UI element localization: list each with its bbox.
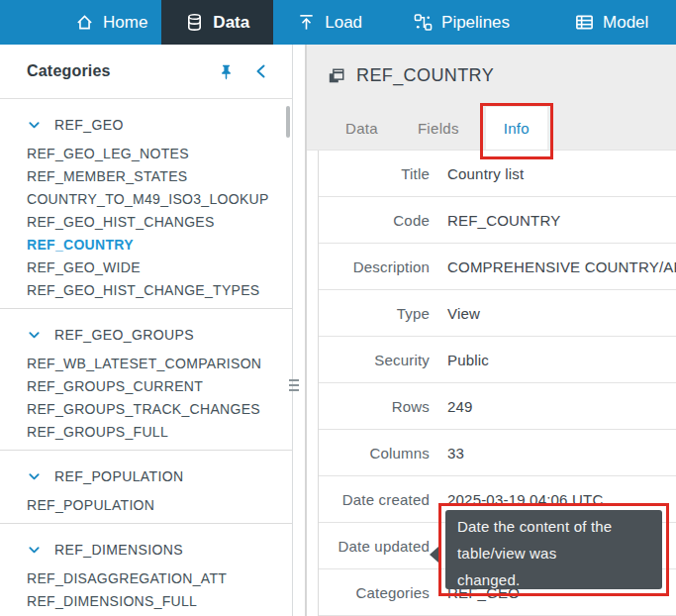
info-row-description: Description COMPREHENSIVE COUNTRY/AREA: [319, 244, 676, 290]
chevron-left-icon: [253, 63, 269, 79]
tree-group-header-ref-population[interactable]: REF_POPULATION: [0, 462, 292, 490]
date-updated-tooltip: Date the content of the table/view was c…: [445, 510, 662, 589]
tree-group-label: REF_GEO_GROUPS: [54, 327, 194, 343]
nav-label-model: Model: [603, 13, 648, 33]
app-window: Home Data Load Pipelines: [0, 0, 676, 616]
info-label: Security: [319, 352, 439, 368]
chevron-down-icon: [28, 544, 41, 557]
info-label: Title: [319, 165, 439, 182]
tree-items: REF_GEO_LEG_NOTES REF_MEMBER_STATES COUN…: [0, 139, 292, 302]
tab-label: Fields: [418, 120, 459, 137]
tree-item-selected[interactable]: REF_COUNTRY: [0, 234, 292, 257]
pin-button[interactable]: [211, 56, 241, 86]
info-value: View: [439, 305, 676, 322]
tree-item[interactable]: REF_GEO_HIST_CHANGE_TYPES: [0, 279, 292, 302]
tree-item[interactable]: REF_GROUPS_TRACK_CHANGES: [0, 398, 292, 421]
nav-tab-data[interactable]: Data: [161, 0, 273, 45]
tooltip-line: Date the content of the: [457, 513, 650, 540]
tree-group-header-ref-geo[interactable]: REF_GEO: [0, 111, 292, 139]
info-label: Description: [319, 258, 439, 275]
nav-label-pipelines: Pipelines: [441, 13, 510, 33]
tree-item[interactable]: REF_GEO_HIST_CHANGES: [0, 211, 292, 234]
tab-label: Info: [504, 120, 530, 137]
tree-item[interactable]: REF_GEO_WIDE: [0, 257, 292, 279]
table-detail-header: REF_COUNTRY: [307, 45, 676, 107]
info-value: Public: [439, 352, 676, 368]
tree-items: REF_POPULATION: [0, 490, 292, 517]
tab-label: Data: [345, 120, 378, 137]
info-row-security: Security Public: [319, 337, 676, 383]
tree-item[interactable]: COUNTRY_TO_M49_ISO3_LOOKUP: [0, 188, 292, 211]
info-row-code: Code REF_COUNTRY: [319, 197, 676, 244]
categories-sidebar: Categories REF_GEO REF_GEO_LEG_NOTES: [0, 45, 293, 616]
info-label: Rows: [319, 398, 439, 415]
info-value: 249: [439, 398, 676, 415]
model-icon: [575, 13, 594, 32]
tree-group-label: REF_DIMENSIONS: [54, 542, 183, 558]
tree-item[interactable]: REF_POPULATION: [0, 494, 292, 517]
sidebar-scrollbar-thumb[interactable]: [286, 106, 290, 138]
panel-resizer-gutter: [294, 45, 305, 616]
tree-group-ref-population: REF_POPULATION REF_POPULATION: [0, 451, 292, 524]
tree-items: REF_WB_LATESET_COMPARISON REF_GROUPS_CUR…: [0, 349, 292, 444]
chevron-down-icon: [28, 119, 41, 132]
panel-resize-grip[interactable]: [289, 379, 299, 394]
database-icon: [185, 13, 204, 32]
tab-fields[interactable]: Fields: [405, 107, 472, 150]
nav-tab-pipelines[interactable]: Pipelines: [400, 0, 524, 45]
upload-icon: [297, 13, 316, 32]
tooltip-line: table/view was: [457, 540, 650, 566]
detail-tabbar: Data Fields Info: [307, 107, 676, 151]
tree-group-header-ref-geo-groups[interactable]: REF_GEO_GROUPS: [0, 321, 292, 349]
info-label: Categories: [319, 584, 439, 601]
tab-info[interactable]: Info: [486, 107, 547, 150]
tree-group-header-ref-dimensions[interactable]: REF_DIMENSIONS: [0, 536, 292, 564]
info-label: Type: [319, 305, 439, 322]
tree-items: REF_DISAGGREGATION_ATT REF_DIMENSIONS_FU…: [0, 564, 292, 613]
tree-group-label: REF_POPULATION: [54, 468, 184, 484]
nav-label-load: Load: [325, 13, 362, 33]
info-label: Date updated: [319, 538, 439, 555]
tree-item[interactable]: REF_GROUPS_CURRENT: [0, 375, 292, 398]
tree-item[interactable]: REF_MEMBER_STATES: [0, 165, 292, 188]
tooltip-line: changed.: [457, 566, 650, 593]
info-label: Code: [319, 212, 439, 229]
chevron-down-icon: [28, 329, 41, 342]
sidebar-title: Categories: [27, 62, 211, 80]
tree-item[interactable]: REF_GROUPS_FULL: [0, 421, 292, 444]
nav-label-data: Data: [213, 13, 249, 33]
info-row-rows: Rows 249: [319, 383, 676, 430]
nav-tab-load[interactable]: Load: [283, 0, 376, 45]
nav-label-home: Home: [103, 13, 147, 33]
red-annotation-box-tooltip: Date the content of the table/view was c…: [438, 503, 669, 596]
top-navbar: Home Data Load Pipelines: [0, 0, 676, 45]
info-row-type: Type View: [319, 290, 676, 337]
chevron-down-icon: [28, 470, 41, 483]
nav-tab-home[interactable]: Home: [61, 0, 161, 45]
tooltip-arrow: [430, 547, 438, 563]
table-window-icon: [328, 67, 345, 85]
tree-item[interactable]: REF_DISAGGREGATION_ATT: [0, 567, 292, 590]
tree-group-ref-geo: REF_GEO REF_GEO_LEG_NOTES REF_MEMBER_STA…: [0, 99, 292, 309]
tree-item[interactable]: REF_GEO_LEG_NOTES: [0, 143, 292, 165]
info-label: Date created: [319, 491, 439, 508]
pipeline-icon: [414, 13, 433, 32]
tree-group-ref-dimensions: REF_DIMENSIONS REF_DISAGGREGATION_ATT RE…: [0, 524, 292, 616]
info-value: Country list: [439, 165, 676, 182]
collapse-sidebar-button[interactable]: [246, 56, 276, 86]
info-label: Columns: [319, 445, 439, 462]
tree-item[interactable]: REF_DIMENSIONS_FULL: [0, 590, 292, 613]
nav-tab-model[interactable]: Model: [561, 0, 662, 45]
categories-tree: REF_GEO REF_GEO_LEG_NOTES REF_MEMBER_STA…: [0, 99, 292, 616]
sidebar-header: Categories: [0, 45, 292, 99]
tab-data[interactable]: Data: [333, 107, 391, 150]
info-row-columns: Columns 33: [319, 430, 676, 476]
tree-group-ref-geo-groups: REF_GEO_GROUPS REF_WB_LATESET_COMPARISON…: [0, 309, 292, 451]
info-value: COMPREHENSIVE COUNTRY/AREA: [439, 258, 676, 275]
info-value: 33: [439, 445, 676, 462]
pin-icon: [218, 63, 235, 80]
page-title: REF_COUNTRY: [356, 65, 494, 86]
tree-item[interactable]: REF_WB_LATESET_COMPARISON: [0, 353, 292, 375]
tree-group-label: REF_GEO: [54, 117, 124, 133]
info-row-title: Title Country list: [319, 151, 676, 197]
